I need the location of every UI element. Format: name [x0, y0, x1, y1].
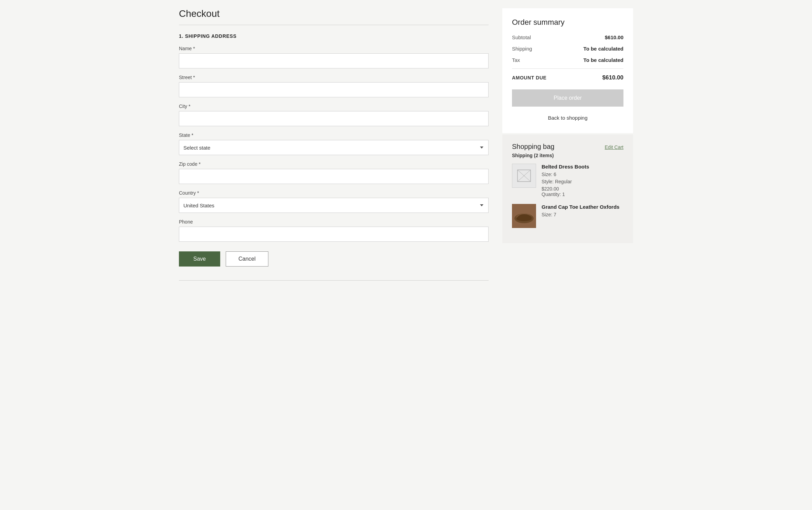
amount-due-label: AMOUNT DUE: [512, 75, 546, 80]
cart-item-price-1: $220.00: [542, 186, 623, 192]
zipcode-label: Zip code *: [179, 161, 489, 167]
cart-item-2: Grand Cap Toe Leather Oxfords Size: 7: [512, 204, 623, 228]
page-title: Checkout: [179, 8, 489, 19]
cart-item-image-1: [512, 164, 536, 188]
tax-label: Tax: [512, 57, 520, 63]
phone-label: Phone: [179, 219, 489, 225]
back-to-shopping-button[interactable]: Back to shopping: [512, 112, 623, 123]
edit-cart-button[interactable]: Edit Cart: [605, 144, 623, 150]
order-summary-title: Order summary: [512, 18, 623, 27]
tax-value: To be calculated: [584, 57, 623, 63]
cart-item-name-2: Grand Cap Toe Leather Oxfords: [542, 204, 623, 210]
cart-item-details-2: Grand Cap Toe Leather Oxfords Size: 7: [542, 204, 623, 228]
cart-item-details-1: Belted Dress Boots Size: 6 Style: Regula…: [542, 164, 623, 197]
shipping-value: To be calculated: [584, 46, 623, 52]
city-input[interactable]: [179, 111, 489, 126]
cart-item-size-1: Size: 6: [542, 171, 623, 178]
zipcode-input[interactable]: [179, 169, 489, 184]
zipcode-group: Zip code *: [179, 161, 489, 184]
shipping-form: Name * Street * City * State * Select st…: [179, 46, 489, 281]
form-actions: Save Cancel: [179, 251, 489, 281]
state-select[interactable]: Select state Alabama Alaska Arizona Cali…: [179, 140, 489, 155]
subtotal-label: Subtotal: [512, 34, 531, 40]
section-title: 1. SHIPPING ADDRESS: [179, 33, 489, 39]
shoe-image-icon: [512, 204, 536, 228]
shipping-row: Shipping To be calculated: [512, 46, 623, 52]
shopping-bag-box: Shopping bag Edit Cart Shipping (2 items…: [502, 134, 633, 243]
amount-due-value: $610.00: [602, 74, 623, 81]
cart-item-style-1: Style: Regular: [542, 178, 623, 185]
main-content: Checkout 1. SHIPPING ADDRESS Name * Stre…: [179, 8, 489, 281]
shipping-items-label: Shipping (2 items): [512, 153, 623, 158]
shopping-bag-header: Shopping bag Edit Cart: [512, 143, 623, 151]
cart-item-image-2: [512, 204, 536, 228]
phone-input[interactable]: [179, 227, 489, 242]
tax-row: Tax To be calculated: [512, 57, 623, 63]
street-input[interactable]: [179, 82, 489, 97]
street-label: Street *: [179, 75, 489, 80]
cart-item: Belted Dress Boots Size: 6 Style: Regula…: [512, 164, 623, 197]
section-divider: [179, 25, 489, 25]
phone-group: Phone: [179, 219, 489, 242]
country-group: Country * United States Canada United Ki…: [179, 190, 489, 213]
name-input[interactable]: [179, 53, 489, 68]
sidebar: Order summary Subtotal $610.00 Shipping …: [502, 8, 633, 281]
amount-due-row: AMOUNT DUE $610.00: [512, 74, 623, 81]
save-button[interactable]: Save: [179, 251, 220, 267]
shipping-label: Shipping: [512, 46, 532, 52]
shopping-bag-title: Shopping bag: [512, 143, 554, 151]
street-group: Street *: [179, 75, 489, 97]
placeholder-icon: [517, 170, 531, 182]
state-label: State *: [179, 132, 489, 138]
name-label: Name *: [179, 46, 489, 51]
cart-item-name-1: Belted Dress Boots: [542, 164, 623, 170]
subtotal-value: $610.00: [605, 34, 623, 40]
country-select[interactable]: United States Canada United Kingdom: [179, 198, 489, 213]
cart-item-qty-1: Quantity: 1: [542, 192, 623, 197]
state-group: State * Select state Alabama Alaska Ariz…: [179, 132, 489, 155]
order-summary-box: Order summary Subtotal $610.00 Shipping …: [502, 8, 633, 133]
place-order-button[interactable]: Place order: [512, 89, 623, 107]
city-label: City *: [179, 104, 489, 109]
country-label: Country *: [179, 190, 489, 196]
summary-divider: [512, 68, 623, 69]
city-group: City *: [179, 104, 489, 126]
subtotal-row: Subtotal $610.00: [512, 34, 623, 40]
cancel-button[interactable]: Cancel: [226, 251, 268, 267]
name-group: Name *: [179, 46, 489, 68]
cart-item-size-2: Size: 7: [542, 211, 623, 218]
